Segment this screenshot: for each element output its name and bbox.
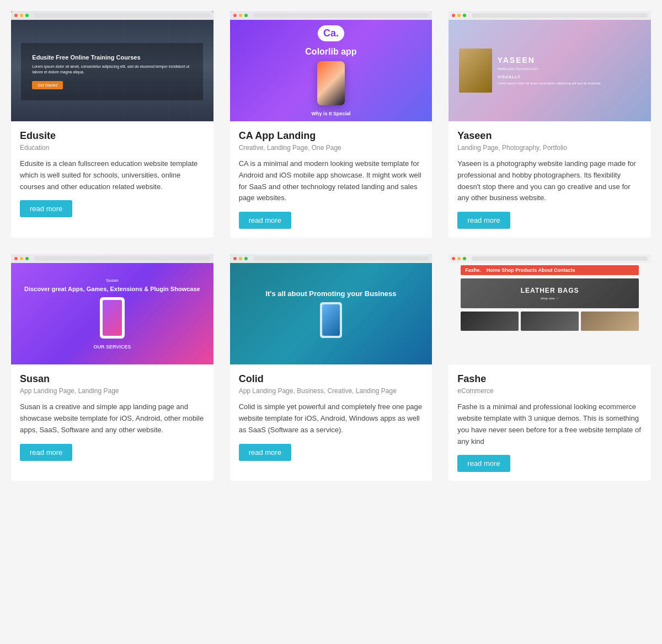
card-title-yaseen: Yaseen bbox=[457, 130, 642, 142]
dot-green bbox=[244, 14, 248, 17]
ca-phone-mockup bbox=[317, 61, 345, 105]
edusite-mock-btn: Get Started bbox=[32, 81, 63, 89]
mock-screen-yaseen: YASEEN WIRELESS TECHNOLOGY VISUALLY Lore… bbox=[449, 11, 651, 121]
ca-subtitle: Why is It Special bbox=[240, 111, 422, 116]
card-content-ca: CA App Landing Creative, Landing Page, O… bbox=[230, 121, 433, 238]
read-more-button-yaseen[interactable]: read more bbox=[457, 212, 510, 229]
read-more-button-susan[interactable]: read more bbox=[20, 444, 72, 461]
dot-yellow bbox=[20, 257, 23, 260]
card-tags-susan: App Landing Page, Landing Page bbox=[20, 387, 205, 395]
card-image-edusite: Edusite Free Online Training Courses Lor… bbox=[11, 11, 213, 121]
dot-red bbox=[14, 14, 18, 17]
url-bar bbox=[253, 13, 429, 18]
colid-content: It's all about Promoting your Business bbox=[230, 263, 433, 364]
card-colid: It's all about Promoting your Business C… bbox=[230, 254, 433, 481]
dot-green bbox=[25, 257, 29, 260]
card-tags-edusite: Education bbox=[20, 144, 205, 152]
screen-topbar-yaseen bbox=[449, 11, 651, 20]
mock-screen-edusite: Edusite Free Online Training Courses Lor… bbox=[11, 11, 213, 121]
card-image-yaseen: YASEEN WIRELESS TECHNOLOGY VISUALLY Lore… bbox=[449, 11, 651, 121]
card-edusite: Edusite Free Online Training Courses Lor… bbox=[11, 11, 213, 238]
dot-green bbox=[463, 14, 466, 17]
template-grid: Edusite Free Online Training Courses Lor… bbox=[11, 11, 651, 481]
dot-yellow bbox=[20, 14, 23, 17]
yaseen-inner: YASEEN WIRELESS TECHNOLOGY VISUALLY Lore… bbox=[459, 49, 641, 93]
card-yaseen: YASEEN WIRELESS TECHNOLOGY VISUALLY Lore… bbox=[449, 11, 651, 238]
card-ca: Ca. Colorlib app Why is It Special CA Ap… bbox=[230, 11, 433, 238]
edusite-mock-desc: Lorem ipsum dolor sit amet, consectetur … bbox=[32, 64, 192, 75]
card-title-ca: CA App Landing bbox=[239, 130, 424, 142]
card-image-susan: Susan Discover great Apps, Games, Extens… bbox=[11, 254, 213, 364]
card-content-yaseen: Yaseen Landing Page, Photography, Portfo… bbox=[449, 121, 651, 238]
ca-logo: Ca. bbox=[318, 25, 344, 41]
mock-screen-susan: Susan Discover great Apps, Games, Extens… bbox=[11, 254, 213, 364]
url-bar bbox=[253, 256, 429, 261]
colid-inner: It's all about Promoting your Business bbox=[240, 289, 422, 338]
fashe-hero-sub: shop now → bbox=[466, 297, 633, 300]
card-content-susan: Susan App Landing Page, Landing Page Sus… bbox=[11, 364, 213, 469]
mock-screen-ca: Ca. Colorlib app Why is It Special bbox=[230, 11, 433, 121]
mock-screen-fashe: Fashe. Home Shop Products About Contacts… bbox=[449, 254, 651, 364]
card-title-edusite: Edusite bbox=[20, 130, 205, 142]
yaseen-photo bbox=[459, 49, 492, 93]
dot-green bbox=[25, 14, 29, 17]
fashe-hero-title: LEATHER BAGS bbox=[466, 287, 633, 294]
card-content-fashe: Fashe eCommerce Fashe is a minimal and p… bbox=[449, 364, 651, 481]
yaseen-visually: VISUALLY bbox=[498, 75, 601, 79]
card-title-colid: Colid bbox=[239, 373, 424, 385]
fashe-product-sunglasses bbox=[461, 312, 519, 331]
dot-red bbox=[14, 257, 18, 260]
screen-topbar-colid bbox=[230, 254, 433, 263]
url-bar bbox=[472, 256, 648, 261]
card-image-fashe: Fashe. Home Shop Products About Contacts… bbox=[449, 254, 651, 364]
dot-yellow bbox=[239, 14, 242, 17]
susan-inner: Susan Discover great Apps, Games, Extens… bbox=[21, 278, 203, 350]
dot-yellow bbox=[457, 257, 461, 260]
read-more-button-edusite[interactable]: read more bbox=[20, 200, 72, 217]
yaseen-text-block: YASEEN WIRELESS TECHNOLOGY VISUALLY Lore… bbox=[498, 56, 601, 86]
susan-phone-mockup bbox=[100, 297, 125, 339]
dot-red bbox=[452, 14, 455, 17]
yaseen-desc-mock: Lorem ipsum dolor sit amet consectetur a… bbox=[498, 81, 601, 86]
card-image-ca: Ca. Colorlib app Why is It Special bbox=[230, 11, 433, 121]
dot-yellow bbox=[457, 14, 461, 17]
card-desc-colid: Colid is simple yet powerful and complet… bbox=[239, 401, 424, 436]
dot-green bbox=[244, 257, 248, 260]
card-fashe: Fashe. Home Shop Products About Contacts… bbox=[449, 254, 651, 481]
colid-hero-title: It's all about Promoting your Business bbox=[240, 289, 422, 298]
card-content-edusite: Edusite Education Edusite is a clean ful… bbox=[11, 121, 213, 226]
card-tags-ca: Creative, Landing Page, One Page bbox=[239, 144, 424, 152]
card-desc-susan: Susan is a creative and simple app landi… bbox=[20, 401, 205, 436]
colid-phone-mockup bbox=[320, 302, 342, 338]
edusite-mock-title: Edusite Free Online Training Courses bbox=[32, 54, 192, 61]
read-more-button-fashe[interactable]: read more bbox=[457, 455, 510, 472]
card-title-susan: Susan bbox=[20, 373, 205, 385]
yaseen-name: YASEEN bbox=[498, 56, 601, 65]
url-bar bbox=[472, 13, 648, 18]
card-tags-fashe: eCommerce bbox=[457, 387, 642, 395]
url-bar bbox=[34, 256, 210, 261]
fashe-product-watch bbox=[521, 312, 579, 331]
read-more-button-ca[interactable]: read more bbox=[239, 212, 291, 229]
card-content-colid: Colid App Landing Page, Business, Creati… bbox=[230, 364, 433, 469]
dot-red bbox=[233, 257, 237, 260]
read-more-button-colid[interactable]: read more bbox=[239, 444, 291, 461]
screen-topbar-edusite bbox=[11, 11, 213, 20]
fashe-inner: Fashe. Home Shop Products About Contacts… bbox=[461, 265, 639, 331]
yaseen-content: YASEEN WIRELESS TECHNOLOGY VISUALLY Lore… bbox=[449, 20, 651, 121]
susan-services-label: OUR SERVICES bbox=[21, 344, 203, 350]
dot-red bbox=[452, 257, 455, 260]
url-bar bbox=[34, 13, 210, 18]
ca-content: Ca. Colorlib app Why is It Special bbox=[230, 20, 433, 121]
fashe-hero-section: LEATHER BAGS shop now → bbox=[461, 278, 639, 308]
fashe-header-bar: Fashe. Home Shop Products About Contacts bbox=[461, 265, 639, 275]
yaseen-tagline: WIRELESS TECHNOLOGY bbox=[498, 67, 601, 72]
card-desc-yaseen: Yaseen is a photography website landing … bbox=[457, 158, 642, 204]
screen-topbar-susan bbox=[11, 254, 213, 263]
card-desc-fashe: Fashe is a minimal and professional look… bbox=[457, 401, 642, 447]
card-image-colid: It's all about Promoting your Business bbox=[230, 254, 433, 364]
dot-red bbox=[233, 14, 237, 17]
susan-nav: Susan bbox=[21, 278, 203, 283]
susan-hero-text: Discover great Apps, Games, Extensions &… bbox=[21, 285, 203, 293]
card-title-fashe: Fashe bbox=[457, 373, 642, 385]
